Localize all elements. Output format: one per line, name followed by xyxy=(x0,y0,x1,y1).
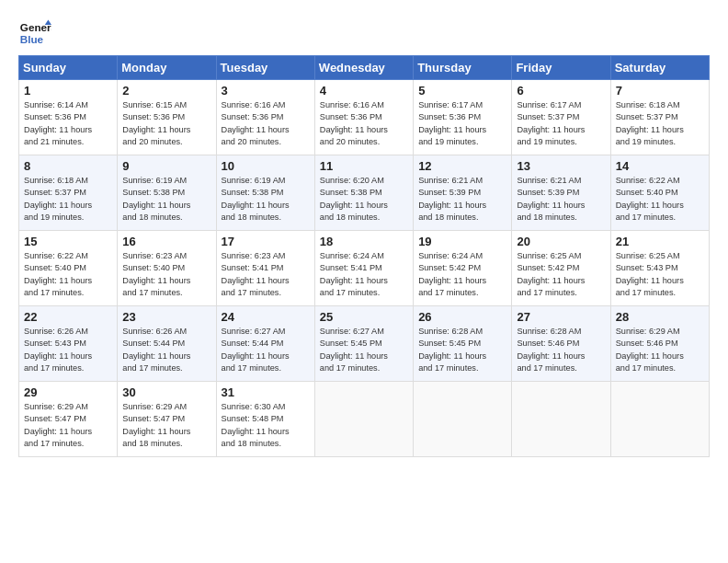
calendar-day-cell: 9Sunrise: 6:19 AM Sunset: 5:38 PM Daylig… xyxy=(118,155,216,231)
logo: General Blue xyxy=(18,17,55,50)
day-details: Sunrise: 6:28 AM Sunset: 5:45 PM Dayligh… xyxy=(418,326,506,374)
calendar-week-row: 22Sunrise: 6:26 AM Sunset: 5:43 PM Dayli… xyxy=(19,306,710,382)
calendar-day-cell: 25Sunrise: 6:27 AM Sunset: 5:45 PM Dayli… xyxy=(314,306,413,382)
calendar-day-cell: 23Sunrise: 6:26 AM Sunset: 5:44 PM Dayli… xyxy=(118,306,216,382)
calendar-day-cell xyxy=(314,382,413,457)
calendar-day-cell: 17Sunrise: 6:23 AM Sunset: 5:41 PM Dayli… xyxy=(216,231,314,306)
calendar-table: SundayMondayTuesdayWednesdayThursdayFrid… xyxy=(18,55,710,457)
day-number: 2 xyxy=(122,84,210,98)
day-details: Sunrise: 6:24 AM Sunset: 5:42 PM Dayligh… xyxy=(418,250,506,299)
day-details: Sunrise: 6:16 AM Sunset: 5:36 PM Dayligh… xyxy=(320,99,408,148)
calendar-day-cell: 15Sunrise: 6:22 AM Sunset: 5:40 PM Dayli… xyxy=(19,231,118,306)
day-number: 29 xyxy=(24,385,112,399)
day-number: 15 xyxy=(24,235,112,248)
day-number: 26 xyxy=(418,310,506,324)
day-details: Sunrise: 6:21 AM Sunset: 5:39 PM Dayligh… xyxy=(418,175,506,224)
day-number: 18 xyxy=(320,235,408,248)
day-number: 14 xyxy=(616,159,704,173)
calendar-day-cell: 1Sunrise: 6:14 AM Sunset: 5:36 PM Daylig… xyxy=(19,80,118,155)
day-details: Sunrise: 6:27 AM Sunset: 5:44 PM Dayligh… xyxy=(222,326,310,374)
day-number: 11 xyxy=(320,159,408,173)
day-number: 6 xyxy=(517,84,605,98)
day-number: 27 xyxy=(517,310,605,324)
day-number: 3 xyxy=(222,84,310,98)
day-number: 23 xyxy=(122,310,210,324)
day-number: 19 xyxy=(418,235,506,248)
day-number: 10 xyxy=(222,159,310,173)
day-details: Sunrise: 6:30 AM Sunset: 5:48 PM Dayligh… xyxy=(222,401,310,450)
day-details: Sunrise: 6:25 AM Sunset: 5:43 PM Dayligh… xyxy=(616,250,704,299)
calendar-body: 1Sunrise: 6:14 AM Sunset: 5:36 PM Daylig… xyxy=(19,80,710,457)
day-details: Sunrise: 6:21 AM Sunset: 5:39 PM Dayligh… xyxy=(517,175,605,224)
day-number: 21 xyxy=(616,235,704,248)
header: General Blue xyxy=(18,17,710,50)
logo-icon: General Blue xyxy=(18,17,51,50)
day-details: Sunrise: 6:20 AM Sunset: 5:38 PM Dayligh… xyxy=(320,175,408,224)
day-details: Sunrise: 6:23 AM Sunset: 5:41 PM Dayligh… xyxy=(222,250,310,299)
calendar-day-cell xyxy=(512,382,610,457)
page: General Blue SundayMondayTuesdayWednesda… xyxy=(0,0,728,466)
day-number: 16 xyxy=(122,235,210,248)
calendar-day-cell: 10Sunrise: 6:19 AM Sunset: 5:38 PM Dayli… xyxy=(216,155,314,231)
calendar-day-cell: 11Sunrise: 6:20 AM Sunset: 5:38 PM Dayli… xyxy=(314,155,413,231)
calendar-day-cell: 2Sunrise: 6:15 AM Sunset: 5:36 PM Daylig… xyxy=(118,80,216,155)
day-details: Sunrise: 6:26 AM Sunset: 5:44 PM Dayligh… xyxy=(122,326,210,374)
calendar-day-cell: 8Sunrise: 6:18 AM Sunset: 5:37 PM Daylig… xyxy=(19,155,118,231)
day-number: 28 xyxy=(616,310,704,324)
calendar-day-cell: 21Sunrise: 6:25 AM Sunset: 5:43 PM Dayli… xyxy=(610,231,709,306)
calendar-day-cell: 5Sunrise: 6:17 AM Sunset: 5:36 PM Daylig… xyxy=(414,80,512,155)
day-number: 5 xyxy=(418,84,506,98)
day-number: 22 xyxy=(24,310,112,324)
calendar-day-cell: 7Sunrise: 6:18 AM Sunset: 5:37 PM Daylig… xyxy=(610,80,709,155)
day-details: Sunrise: 6:18 AM Sunset: 5:37 PM Dayligh… xyxy=(24,175,112,224)
day-details: Sunrise: 6:22 AM Sunset: 5:40 PM Dayligh… xyxy=(616,175,704,224)
day-details: Sunrise: 6:19 AM Sunset: 5:38 PM Dayligh… xyxy=(122,175,210,224)
day-details: Sunrise: 6:22 AM Sunset: 5:40 PM Dayligh… xyxy=(24,250,112,299)
day-details: Sunrise: 6:27 AM Sunset: 5:45 PM Dayligh… xyxy=(320,326,408,374)
day-number: 8 xyxy=(24,159,112,173)
calendar-day-cell xyxy=(414,382,512,457)
calendar-week-row: 29Sunrise: 6:29 AM Sunset: 5:47 PM Dayli… xyxy=(19,382,710,457)
weekday-header-cell: Saturday xyxy=(610,56,709,80)
calendar-day-cell: 19Sunrise: 6:24 AM Sunset: 5:42 PM Dayli… xyxy=(414,231,512,306)
calendar-day-cell: 6Sunrise: 6:17 AM Sunset: 5:37 PM Daylig… xyxy=(512,80,610,155)
weekday-header-cell: Thursday xyxy=(414,56,512,80)
svg-text:Blue: Blue xyxy=(20,33,44,45)
day-number: 31 xyxy=(222,385,310,399)
day-details: Sunrise: 6:26 AM Sunset: 5:43 PM Dayligh… xyxy=(24,326,112,374)
day-number: 17 xyxy=(222,235,310,248)
calendar-day-cell: 31Sunrise: 6:30 AM Sunset: 5:48 PM Dayli… xyxy=(216,382,314,457)
day-details: Sunrise: 6:28 AM Sunset: 5:46 PM Dayligh… xyxy=(517,326,605,374)
day-details: Sunrise: 6:23 AM Sunset: 5:40 PM Dayligh… xyxy=(122,250,210,299)
day-number: 9 xyxy=(122,159,210,173)
calendar-day-cell: 22Sunrise: 6:26 AM Sunset: 5:43 PM Dayli… xyxy=(19,306,118,382)
day-number: 4 xyxy=(320,84,408,98)
calendar-day-cell: 20Sunrise: 6:25 AM Sunset: 5:42 PM Dayli… xyxy=(512,231,610,306)
calendar-day-cell: 16Sunrise: 6:23 AM Sunset: 5:40 PM Dayli… xyxy=(118,231,216,306)
day-details: Sunrise: 6:19 AM Sunset: 5:38 PM Dayligh… xyxy=(222,175,310,224)
day-details: Sunrise: 6:29 AM Sunset: 5:47 PM Dayligh… xyxy=(122,401,210,450)
calendar-day-cell: 28Sunrise: 6:29 AM Sunset: 5:46 PM Dayli… xyxy=(610,306,709,382)
day-number: 25 xyxy=(320,310,408,324)
calendar-day-cell: 29Sunrise: 6:29 AM Sunset: 5:47 PM Dayli… xyxy=(19,382,118,457)
day-details: Sunrise: 6:25 AM Sunset: 5:42 PM Dayligh… xyxy=(517,250,605,299)
weekday-header-cell: Monday xyxy=(118,56,216,80)
weekday-header-cell: Wednesday xyxy=(314,56,413,80)
day-details: Sunrise: 6:29 AM Sunset: 5:47 PM Dayligh… xyxy=(24,401,112,450)
day-number: 24 xyxy=(222,310,310,324)
day-details: Sunrise: 6:16 AM Sunset: 5:36 PM Dayligh… xyxy=(222,99,310,148)
calendar-day-cell: 27Sunrise: 6:28 AM Sunset: 5:46 PM Dayli… xyxy=(512,306,610,382)
day-number: 13 xyxy=(517,159,605,173)
calendar-day-cell: 4Sunrise: 6:16 AM Sunset: 5:36 PM Daylig… xyxy=(314,80,413,155)
day-details: Sunrise: 6:29 AM Sunset: 5:46 PM Dayligh… xyxy=(616,326,704,374)
calendar-week-row: 8Sunrise: 6:18 AM Sunset: 5:37 PM Daylig… xyxy=(19,155,710,231)
calendar-day-cell: 18Sunrise: 6:24 AM Sunset: 5:41 PM Dayli… xyxy=(314,231,413,306)
day-details: Sunrise: 6:17 AM Sunset: 5:37 PM Dayligh… xyxy=(517,99,605,148)
weekday-header-cell: Tuesday xyxy=(216,56,314,80)
weekday-header-cell: Sunday xyxy=(19,56,118,80)
calendar-day-cell xyxy=(610,382,709,457)
day-details: Sunrise: 6:17 AM Sunset: 5:36 PM Dayligh… xyxy=(418,99,506,148)
day-number: 12 xyxy=(418,159,506,173)
day-number: 20 xyxy=(517,235,605,248)
weekday-header-cell: Friday xyxy=(512,56,610,80)
